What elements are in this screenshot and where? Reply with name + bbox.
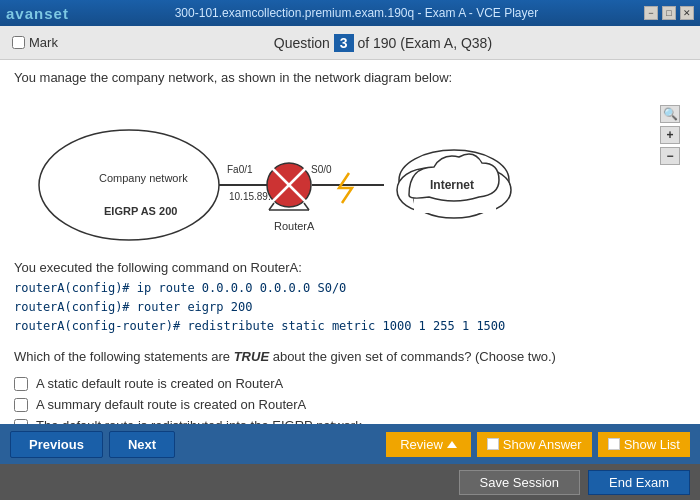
svg-line-10	[304, 203, 309, 210]
close-button[interactable]: ✕	[680, 6, 694, 20]
previous-button[interactable]: Previous	[10, 431, 103, 458]
window-title: 300-101.examcollection.premium.exam.190q…	[175, 6, 539, 20]
main-area: Mark Question 3 of 190 (Exam A, Q38) You…	[0, 26, 700, 500]
show-list-button[interactable]: Show List	[598, 432, 690, 457]
mark-label: Mark	[29, 35, 58, 50]
svg-text:RouterA: RouterA	[274, 220, 315, 232]
svg-point-0	[39, 130, 219, 240]
zoom-controls: 🔍 + −	[660, 105, 680, 165]
svg-line-9	[269, 203, 274, 210]
commands-block: routerA(config)# ip route 0.0.0.0 0.0.0.…	[14, 279, 686, 337]
zoom-in-button[interactable]: +	[660, 126, 680, 144]
review-arrow-icon	[447, 441, 457, 448]
window-controls: − □ ✕	[644, 6, 694, 20]
svg-text:Fa0/1: Fa0/1	[227, 164, 253, 175]
zoom-out-button[interactable]: −	[660, 147, 680, 165]
question-header: Mark Question 3 of 190 (Exam A, Q38)	[0, 26, 700, 60]
logo-a: a	[6, 5, 15, 22]
options-list: A static default route is created on Rou…	[14, 376, 686, 424]
logo-set: set	[44, 5, 69, 22]
option-c-checkbox[interactable]	[14, 419, 28, 424]
command-3: routerA(config-router)# redistribute sta…	[14, 317, 686, 336]
next-button[interactable]: Next	[109, 431, 175, 458]
intro-text: You manage the company network, as shown…	[14, 70, 686, 85]
command-2: routerA(config)# router eigrp 200	[14, 298, 686, 317]
option-c-text: The default route is redistributed into …	[36, 418, 362, 424]
question-info: Question 3 of 190 (Exam A, Q38)	[78, 34, 688, 52]
review-button[interactable]: Review	[386, 432, 471, 457]
question-text: Which of the following statements are TR…	[14, 347, 686, 367]
search-button[interactable]: 🔍	[660, 105, 680, 123]
show-answer-label: Show Answer	[503, 437, 582, 452]
question-label: Question	[274, 35, 330, 51]
show-answer-button[interactable]: Show Answer	[477, 432, 592, 457]
option-c: The default route is redistributed into …	[14, 418, 686, 424]
option-b-text: A summary default route is created on Ro…	[36, 397, 306, 412]
option-a-checkbox[interactable]	[14, 377, 28, 391]
show-list-label: Show List	[624, 437, 680, 452]
svg-text:EIGRP AS 200: EIGRP AS 200	[104, 205, 177, 217]
maximize-button[interactable]: □	[662, 6, 676, 20]
app-logo: avanset	[6, 5, 69, 22]
mark-checkbox[interactable]	[12, 36, 25, 49]
review-label: Review	[400, 437, 443, 452]
option-a: A static default route is created on Rou…	[14, 376, 686, 391]
save-session-button[interactable]: Save Session	[459, 470, 581, 495]
command-1: routerA(config)# ip route 0.0.0.0 0.0.0.…	[14, 279, 686, 298]
option-b-checkbox[interactable]	[14, 398, 28, 412]
bottom-actions: Save Session End Exam	[0, 464, 700, 500]
mark-container[interactable]: Mark	[12, 35, 58, 50]
commands-label: You executed the following command on Ro…	[14, 260, 686, 275]
logo-van: van	[15, 5, 44, 22]
show-list-checkbox-icon	[608, 438, 620, 450]
minimize-button[interactable]: −	[644, 6, 658, 20]
content-area: You manage the company network, as shown…	[0, 60, 700, 424]
title-bar: avanset 300-101.examcollection.premium.e…	[0, 0, 700, 26]
diagram-svg: Company network EIGRP AS 200 Fa0/1 10.15…	[14, 95, 654, 250]
option-b: A summary default route is created on Ro…	[14, 397, 686, 412]
bottom-nav: Previous Next Review Show Answer Show Li…	[0, 424, 700, 464]
question-total: of 190 (Exam A, Q38)	[357, 35, 492, 51]
show-answer-checkbox-icon	[487, 438, 499, 450]
question-number: 3	[334, 34, 354, 52]
network-diagram: Company network EIGRP AS 200 Fa0/1 10.15…	[14, 95, 686, 250]
svg-text:Company network: Company network	[99, 172, 188, 184]
svg-text:Internet: Internet	[430, 178, 474, 192]
option-a-text: A static default route is created on Rou…	[36, 376, 283, 391]
end-exam-button[interactable]: End Exam	[588, 470, 690, 495]
svg-text:S0/0: S0/0	[311, 164, 332, 175]
